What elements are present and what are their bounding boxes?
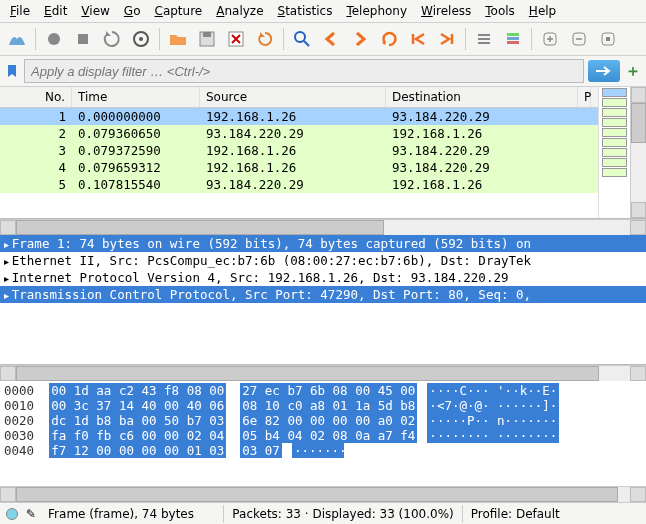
fin-icon[interactable]: [4, 26, 30, 52]
zoom-out-icon[interactable]: [566, 26, 592, 52]
status-frame: Frame (frame), 74 bytes: [40, 505, 224, 523]
packet-list-vscroll[interactable]: [630, 87, 646, 218]
capture-options-icon[interactable]: [128, 26, 154, 52]
col-time[interactable]: Time: [72, 87, 200, 107]
expert-info-icon[interactable]: [6, 508, 18, 520]
svg-point-7: [295, 32, 305, 42]
hex-row[interactable]: 0030 fa f0 fb c6 00 00 02 0405 b4 04 02 …: [4, 428, 642, 443]
add-filter-button[interactable]: ＋: [624, 62, 642, 80]
go-last-icon[interactable]: [434, 26, 460, 52]
save-file-icon[interactable]: [194, 26, 220, 52]
find-icon[interactable]: [289, 26, 315, 52]
hex-row[interactable]: 0000 00 1d aa c2 43 f8 08 0027 ec b7 6b …: [4, 383, 642, 398]
hex-row[interactable]: 0020 dc 1d b8 ba 00 50 b7 036e 82 00 00 …: [4, 413, 642, 428]
detail-row[interactable]: Transmission Control Protocol, Src Port:…: [0, 286, 646, 303]
packet-details-pane: Frame 1: 74 bytes on wire (592 bits), 74…: [0, 235, 646, 365]
packet-list-pane: No. Time Source Destination P 10.0000000…: [0, 87, 646, 219]
status-bar: ✎ Frame (frame), 74 bytes Packets: 33 · …: [0, 502, 646, 524]
autoscroll-icon[interactable]: [471, 26, 497, 52]
start-capture-icon[interactable]: [41, 26, 67, 52]
menubar: FileEditViewGoCaptureAnalyzeStatisticsTe…: [0, 0, 646, 23]
svg-rect-17: [606, 37, 610, 41]
restart-capture-icon[interactable]: [99, 26, 125, 52]
reload-icon[interactable]: [252, 26, 278, 52]
menu-file[interactable]: File: [4, 2, 36, 20]
zoom-reset-icon[interactable]: [595, 26, 621, 52]
menu-statistics[interactable]: Statistics: [272, 2, 339, 20]
packet-row[interactable]: 40.079659312192.168.1.2693.184.220.29: [0, 159, 598, 176]
svg-point-0: [48, 33, 60, 45]
svg-rect-10: [478, 42, 490, 44]
menu-go[interactable]: Go: [118, 2, 147, 20]
svg-rect-13: [507, 41, 519, 44]
hex-row[interactable]: 0040 f7 12 00 00 00 00 01 0303 07·······…: [4, 443, 642, 458]
filter-bar: ＋: [0, 56, 646, 87]
menu-wireless[interactable]: Wireless: [415, 2, 477, 20]
detail-row[interactable]: Internet Protocol Version 4, Src: 192.16…: [0, 269, 646, 286]
packet-minimap[interactable]: [598, 87, 630, 218]
menu-view[interactable]: View: [75, 2, 115, 20]
colorize-icon[interactable]: [500, 26, 526, 52]
col-source[interactable]: Source: [200, 87, 386, 107]
menu-tools[interactable]: Tools: [479, 2, 521, 20]
svg-rect-1: [78, 34, 88, 44]
packet-row[interactable]: 50.10781554093.184.220.29192.168.1.26: [0, 176, 598, 193]
next-packet-icon[interactable]: [347, 26, 373, 52]
apply-filter-button[interactable]: [588, 60, 620, 82]
close-file-icon[interactable]: [223, 26, 249, 52]
detail-row[interactable]: Frame 1: 74 bytes on wire (592 bits), 74…: [0, 235, 646, 252]
zoom-in-icon[interactable]: [537, 26, 563, 52]
packet-row[interactable]: 10.000000000192.168.1.2693.184.220.29: [0, 108, 598, 125]
col-protocol[interactable]: P: [578, 87, 591, 107]
details-hscroll[interactable]: [0, 365, 646, 381]
svg-rect-11: [507, 33, 519, 36]
menu-capture[interactable]: Capture: [148, 2, 208, 20]
prev-packet-icon[interactable]: [318, 26, 344, 52]
menu-telephony[interactable]: Telephony: [340, 2, 413, 20]
menu-edit[interactable]: Edit: [38, 2, 73, 20]
detail-row[interactable]: Ethernet II, Src: PcsCompu_ec:b7:6b (08:…: [0, 252, 646, 269]
edit-icon[interactable]: ✎: [22, 507, 40, 521]
status-packets: Packets: 33 · Displayed: 33 (100.0%): [224, 505, 462, 523]
svg-rect-8: [478, 34, 490, 36]
packet-row[interactable]: 30.079372590192.168.1.2693.184.220.29: [0, 142, 598, 159]
go-first-icon[interactable]: [405, 26, 431, 52]
hex-hscroll[interactable]: [0, 486, 646, 502]
col-destination[interactable]: Destination: [386, 87, 578, 107]
hex-row[interactable]: 0010 00 3c 37 14 40 00 40 0608 10 c0 a8 …: [4, 398, 642, 413]
packet-row[interactable]: 20.07936065093.184.220.29192.168.1.26: [0, 125, 598, 142]
stop-capture-icon[interactable]: [70, 26, 96, 52]
toolbar: [0, 23, 646, 56]
svg-rect-9: [478, 38, 490, 40]
display-filter-input[interactable]: [24, 59, 584, 83]
svg-point-3: [139, 37, 143, 41]
menu-analyze[interactable]: Analyze: [210, 2, 269, 20]
col-no[interactable]: No.: [0, 87, 72, 107]
hex-pane: 0000 00 1d aa c2 43 f8 08 0027 ec b7 6b …: [0, 381, 646, 486]
bookmark-icon[interactable]: [4, 63, 20, 79]
svg-rect-5: [203, 32, 211, 37]
status-profile[interactable]: Profile: Default: [463, 505, 646, 523]
svg-rect-12: [507, 37, 519, 40]
open-file-icon[interactable]: [165, 26, 191, 52]
packet-list-hscroll[interactable]: [0, 219, 646, 235]
go-to-icon[interactable]: [376, 26, 402, 52]
menu-help[interactable]: Help: [523, 2, 562, 20]
packet-list-header[interactable]: No. Time Source Destination P: [0, 87, 598, 108]
